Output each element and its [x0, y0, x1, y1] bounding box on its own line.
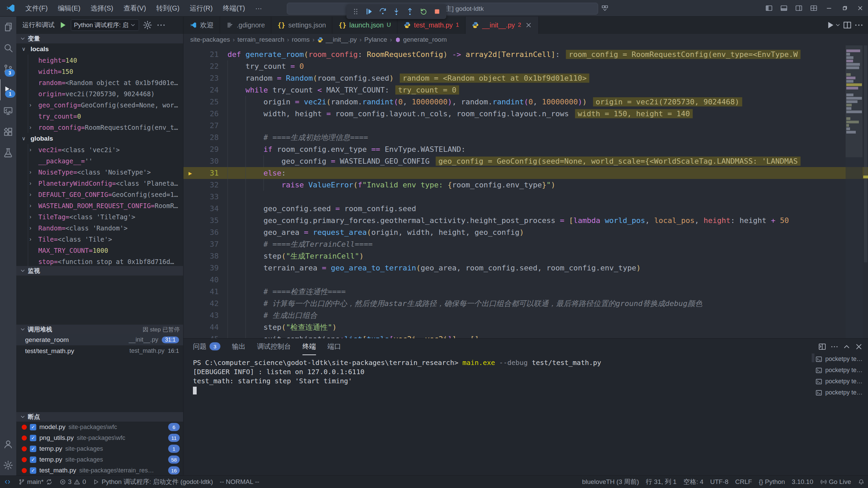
breadcrumb-item[interactable]: Pylance [364, 36, 387, 43]
code-editor[interactable]: 2021def generate_room(room_config: RoomR… [183, 45, 868, 338]
code-line[interactable]: 45 exit_combinations:list[tuple[vec2i, v… [183, 333, 868, 338]
breadcrumb-item[interactable]: terrain_research [237, 36, 284, 43]
status-encoding[interactable]: UTF-8 [707, 476, 732, 488]
tab-.gdignore[interactable]: .gdignore [220, 16, 271, 34]
code-line[interactable]: 28 # ====生成初始地理信息==== [183, 131, 868, 143]
variable-row[interactable]: width = 150 [28, 66, 183, 77]
minimap[interactable] [846, 45, 863, 338]
code-line[interactable]: 37 # ====生成TerrainCell==== [183, 238, 868, 250]
variable-row[interactable]: ›TileTag = <class 'TileTag'> [28, 211, 183, 222]
scope-locals[interactable]: ∨locals [16, 43, 183, 55]
code-line[interactable]: 26 width, height = room_config.layout.n_… [183, 108, 868, 120]
tab-settings.json[interactable]: {}settings.json [271, 16, 332, 34]
debug-settings-gear-icon[interactable] [142, 20, 153, 30]
toggle-sidebar-right-icon[interactable] [791, 0, 806, 16]
variable-row[interactable]: ›PlanetaryWindConfig = <class 'Planeta… [28, 178, 183, 189]
breadcrumb-item[interactable]: site-packages [190, 36, 230, 43]
terminal-split-icon[interactable] [818, 342, 827, 351]
menu-选择(S)[interactable]: 选择(S) [85, 0, 118, 16]
code-line[interactable]: 21def generate_room(room_config: RoomReq… [183, 48, 868, 60]
code-line[interactable]: 29 if room_config.env_type == EnvType.WA… [183, 143, 868, 155]
panel-tab-端口[interactable]: 端口 [328, 338, 341, 355]
terminal-instance[interactable]: pocketpy te… [815, 353, 866, 365]
breakpoint-checkbox[interactable]: ✓ [30, 467, 36, 474]
stack-frame[interactable]: generate_room__init__.py31:1 [16, 334, 183, 345]
variable-row[interactable]: origin = vec2i(7205730, 9024468) [28, 88, 183, 99]
terminal-instance[interactable]: pocketpy te… [815, 387, 866, 398]
code-line[interactable]: 38 step("生成TerrainCell") [183, 250, 868, 262]
run-python-file-icon[interactable] [825, 20, 835, 30]
variable-row[interactable]: ›NoiseType = <class 'NoiseType'> [28, 166, 183, 178]
debug-stop[interactable] [431, 6, 443, 17]
code-line[interactable]: 36 geo_area = request_area(origin, width… [183, 226, 868, 238]
variable-row[interactable]: ›DEFAULT_GEO_CONFIG = GeoConfig(seed=1… [28, 189, 183, 200]
menu-终端(T)[interactable]: 终端(T) [218, 0, 250, 16]
code-line[interactable]: 27 [183, 120, 868, 131]
variable-row[interactable]: ›WASTELAND_ROOM_REQUEST_CONFIG = RoomR… [28, 200, 183, 211]
status-language-mode[interactable]: {} Python [755, 476, 788, 488]
code-line[interactable]: 42 # 计算每一个出口的中心，然后使用astar生成路径，确保每一个出口组合都… [183, 298, 868, 309]
editor-more-actions-icon[interactable] [854, 20, 864, 30]
variable-row[interactable]: try_count = 0 [28, 110, 183, 122]
menu-编辑(E)[interactable]: 编辑(E) [53, 0, 86, 16]
breakpoint-row[interactable]: ✓temp.pysite-packages58 [16, 454, 183, 465]
debug-step-into[interactable] [390, 6, 402, 17]
panel-tab-终端[interactable]: 终端 [302, 338, 316, 355]
status-git-blame[interactable]: blueloveTH (3 周前) [579, 476, 643, 488]
menu-转到(G)[interactable]: 转到(G) [151, 0, 185, 16]
debug-continue[interactable] [363, 6, 375, 17]
menu-查看(V)[interactable]: 查看(V) [118, 0, 151, 16]
toggle-panel-icon[interactable] [776, 0, 791, 16]
code-line[interactable]: 20 [183, 45, 868, 48]
status-remote[interactable] [0, 476, 15, 488]
status-python-version[interactable]: 3.10.10 [788, 476, 816, 488]
window-restore-button[interactable] [837, 0, 852, 16]
debug-step-over[interactable] [377, 6, 389, 17]
breakpoint-checkbox[interactable]: ✓ [30, 456, 36, 463]
activity-explorer[interactable] [0, 16, 16, 37]
status-go-live[interactable]: Go Live [817, 476, 854, 488]
code-line[interactable]: 30 geo_config = WASTELAND_GEO_CONFIGgeo_… [183, 155, 868, 167]
code-line[interactable]: 34 geo_config.seed = room_config.seed [183, 203, 868, 215]
status-debug-config[interactable]: Python 调试程序: 启动文件 (godot-ldtk) [90, 476, 216, 488]
tab-close-icon[interactable] [525, 21, 532, 29]
code-line[interactable]: 41 # ====检查连通性==== [183, 286, 868, 298]
breakpoints-section-header[interactable]: 断点 [16, 412, 183, 422]
debug-restart[interactable] [417, 6, 430, 17]
code-line[interactable]: 44 step("检查连通性") [183, 321, 868, 333]
breakpoint-checkbox[interactable]: ✓ [30, 424, 36, 430]
menu-运行(R)[interactable]: 运行(R) [184, 0, 218, 16]
breakpoint-row[interactable]: ✓model.pysite-packages\wfc6 [16, 422, 183, 432]
code-line[interactable]: 43 # 生成出口组合 [183, 309, 868, 321]
variable-row[interactable]: __package__ = '' [28, 155, 183, 166]
code-line[interactable]: 32 raise ValueError(f"Invalid env type: … [183, 179, 868, 191]
status-notifications[interactable] [854, 476, 868, 488]
panel-more-actions-icon[interactable] [830, 342, 839, 351]
activity-remote-explorer[interactable] [0, 100, 16, 121]
call-stack-section-header[interactable]: 调用堆栈 因 step 已暂停 [16, 325, 183, 334]
variables-section-header[interactable]: 变量 [16, 34, 183, 43]
breakpoint-row[interactable]: ✓png_utils.pysite-packages\wfc11 [16, 432, 183, 443]
status-indentation[interactable]: 空格: 4 [680, 476, 707, 488]
activity-manage[interactable] [0, 455, 16, 476]
menu-文件(F)[interactable]: 文件(F) [20, 0, 53, 16]
start-debugging-icon[interactable] [58, 20, 67, 30]
status-problems[interactable]: 30 [56, 476, 90, 488]
breakpoint-row[interactable]: ✓test_math.pysite-packages\terrain_res…1… [16, 465, 183, 476]
code-line[interactable]: 33 [183, 191, 868, 203]
panel-tab-输出[interactable]: 输出 [232, 338, 245, 355]
activity-accounts[interactable] [0, 434, 16, 455]
variable-row[interactable]: ›room_config = RoomRequestConfig(env_t… [28, 122, 183, 133]
code-line[interactable]: 22 try_count = 0 [183, 60, 868, 72]
code-line[interactable]: 35 geo_config.primary_forces.geothermal_… [183, 215, 868, 226]
activity-extensions[interactable] [0, 121, 16, 142]
layout-dropdown-icon[interactable] [601, 3, 614, 13]
window-minimize-button[interactable] [821, 0, 837, 16]
menu-···[interactable]: ··· [250, 0, 267, 16]
breadcrumb-item[interactable]: generate_room [395, 36, 447, 43]
activity-source-control[interactable]: 3 [0, 58, 16, 79]
code-line[interactable]: 25 origin = vec2i(random.randint(0, 1000… [183, 96, 868, 108]
debug-more-actions-icon[interactable] [156, 20, 166, 30]
variable-row[interactable]: stop = <function stop at 0x1bf8d716d… [28, 256, 183, 266]
breakpoint-checkbox[interactable]: ✓ [30, 435, 36, 441]
